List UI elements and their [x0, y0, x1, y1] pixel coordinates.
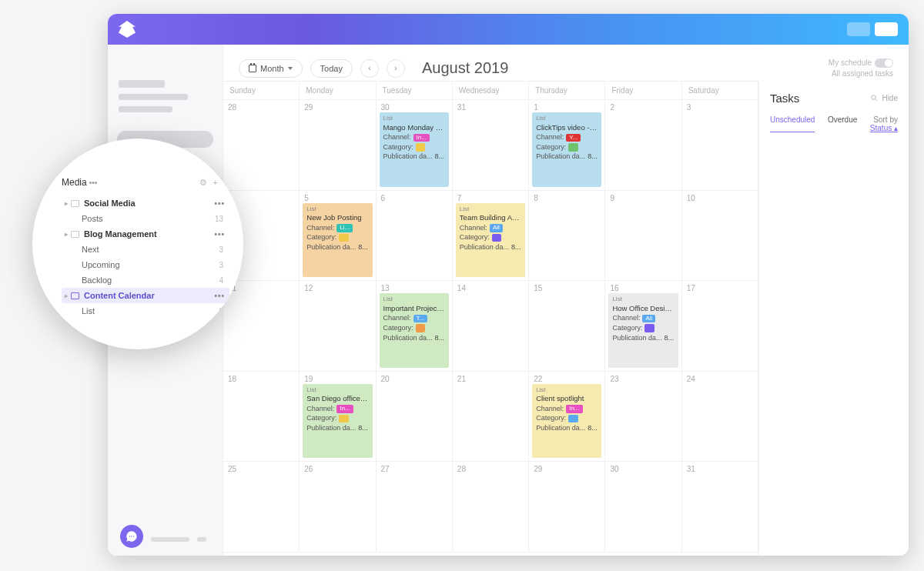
my-schedule-sub: All assigned tasks — [829, 69, 893, 78]
calendar-cell[interactable]: 1ListClickTips video - InboxChannel:Y...… — [529, 100, 605, 191]
calendar-event[interactable]: ListImportant Project ManaChannel:T...Ca… — [380, 293, 449, 368]
calendar-cell[interactable]: 10 — [682, 191, 758, 282]
calendar-cell[interactable]: 7ListTeam Building ActivitieChannel:AllC… — [453, 191, 529, 282]
sidebar-zoom-overlay: Media ••• ⚙ + ⌕ ▸Social Media•••Posts13▸… — [32, 139, 243, 349]
dayname: Thursday — [529, 82, 605, 100]
calendar-cell[interactable]: 14 — [453, 281, 529, 372]
calendar-cell[interactable]: 2 — [605, 100, 681, 191]
calendar-cell[interactable]: 9 — [605, 191, 681, 282]
svg-point-4 — [133, 536, 134, 536]
calendar-cell[interactable]: 21 — [453, 372, 529, 462]
hide-tasks-button[interactable]: Hide — [870, 94, 898, 102]
chat-button[interactable] — [120, 525, 143, 548]
calendar-cell[interactable]: 25 — [223, 462, 300, 553]
calendar-cell[interactable]: 17 — [682, 281, 758, 372]
sidebar-list[interactable]: Posts13 — [62, 211, 229, 226]
calendar-cell[interactable]: 11 — [223, 281, 300, 372]
calendar-cell[interactable]: 29 — [529, 462, 605, 553]
dayname: Tuesday — [377, 82, 453, 100]
sidebar-list[interactable]: Next3 — [62, 242, 229, 257]
tab-overdue[interactable]: Overdue — [828, 115, 857, 132]
dayname: Sunday — [223, 82, 300, 100]
view-mode-label: Month — [260, 64, 284, 73]
calendar-event[interactable]: ListHow Office Design impChannel:AllCate… — [608, 293, 678, 368]
app-logo-icon — [119, 21, 136, 38]
folder-icon — [71, 292, 79, 299]
titlebar — [108, 14, 909, 45]
svg-point-2 — [129, 536, 130, 536]
calendar-cell[interactable]: 28 — [223, 100, 300, 191]
chevron-down-icon — [288, 67, 293, 70]
more-icon[interactable]: ••• — [89, 179, 98, 187]
calendar-cell[interactable]: 15 — [529, 281, 605, 372]
placeholder — [197, 537, 206, 542]
tab-unscheduled[interactable]: Unscheduled — [770, 115, 815, 132]
folder-icon — [71, 200, 79, 207]
sidebar-list[interactable]: List8 — [62, 303, 229, 319]
more-icon[interactable]: ••• — [214, 230, 228, 239]
calendar-title: August 2019 — [422, 59, 508, 77]
svg-point-3 — [131, 536, 132, 536]
today-button[interactable]: Today — [310, 59, 353, 78]
calendar-cell[interactable]: 29 — [300, 100, 376, 191]
calendar-event[interactable]: ListTeam Building ActivitieChannel:AllCa… — [456, 203, 525, 278]
calendar-cell[interactable]: 24 — [682, 372, 758, 462]
my-schedule-toggle[interactable] — [875, 58, 893, 68]
view-mode-dropdown[interactable]: Month — [239, 59, 303, 78]
calendar-cell[interactable]: 12 — [300, 281, 376, 372]
my-schedule-label: My schedule — [829, 58, 872, 67]
calendar-cell[interactable]: 16ListHow Office Design impChannel:AllCa… — [605, 281, 681, 372]
next-button[interactable]: › — [387, 59, 405, 78]
calendar-cell[interactable]: 23 — [605, 372, 681, 462]
sidebar-list[interactable]: Upcoming3 — [62, 257, 229, 272]
calendar-cell[interactable]: 31 — [682, 462, 758, 553]
calendar-cell[interactable]: 6 — [377, 191, 453, 282]
chat-icon — [126, 530, 138, 543]
sidebar-folder[interactable]: ▸Content Calendar••• — [62, 288, 229, 303]
dayname: Saturday — [682, 82, 758, 100]
calendar-cell[interactable]: 30 — [605, 462, 681, 553]
calendar-cell[interactable]: 22ListClient spotlightChannel:In...Categ… — [529, 372, 605, 462]
calendar-cell[interactable]: 13ListImportant Project ManaChannel:T...… — [377, 281, 453, 372]
window-control[interactable] — [847, 22, 870, 36]
calendar-cell[interactable]: 20 — [377, 372, 453, 462]
calendar-cell[interactable]: 27 — [377, 462, 453, 553]
calendar-cell[interactable]: 28 — [453, 462, 529, 553]
space-name[interactable]: Media — [62, 177, 87, 188]
svg-point-0 — [872, 95, 876, 99]
calendar-event[interactable]: ListNew Job PostingChannel:Li...Category… — [303, 203, 372, 278]
sort-dropdown[interactable]: Sort by Status ▴ — [870, 115, 898, 132]
search-icon — [870, 94, 879, 102]
more-icon[interactable]: ••• — [214, 292, 228, 300]
calendar-cell[interactable]: 26 — [300, 462, 376, 553]
calendar-cell[interactable]: 5ListNew Job PostingChannel:Li...Categor… — [300, 191, 376, 282]
calendar-event[interactable]: ListSan Diego office tourChannel:In...Ca… — [303, 384, 372, 459]
calendar-cell[interactable]: 30ListMango Monday new eChannel:In...Cat… — [377, 100, 453, 191]
calendar-cell[interactable]: 3 — [682, 100, 758, 191]
svg-line-1 — [875, 99, 877, 101]
calendar-icon — [249, 65, 256, 72]
more-icon[interactable]: ••• — [214, 199, 228, 208]
toolbar: Month Today ‹ › August 2019 My schedule … — [223, 45, 909, 81]
tasks-panel: Tasks Hide Unscheduled Overdue Sort by S… — [758, 81, 909, 556]
calendar-event[interactable]: ListMango Monday new eChannel:In...Categ… — [380, 112, 449, 187]
calendar-cell[interactable]: 19ListSan Diego office tourChannel:In...… — [300, 372, 376, 462]
window-control[interactable] — [875, 22, 898, 36]
calendar-event[interactable]: ListClient spotlightChannel:In...Categor… — [532, 384, 601, 459]
tasks-title: Tasks — [770, 92, 799, 105]
sidebar-folder[interactable]: ▸Social Media••• — [62, 195, 229, 211]
dayname: Friday — [605, 82, 681, 100]
placeholder — [151, 537, 189, 542]
dayname: Wednesday — [453, 82, 529, 100]
calendar-cell[interactable]: 31 — [453, 100, 529, 191]
sidebar-folder[interactable]: ▸Blog Management••• — [62, 226, 229, 242]
prev-button[interactable]: ‹ — [360, 59, 379, 78]
plus-icon[interactable]: + — [213, 178, 218, 188]
calendar-cell[interactable]: 18 — [223, 372, 300, 462]
calendar-event[interactable]: ListClickTips video - InboxChannel:Y...C… — [532, 112, 601, 187]
folder-icon — [71, 231, 79, 238]
calendar-cell[interactable]: 8 — [529, 191, 605, 282]
gear-icon[interactable]: ⚙ — [199, 178, 207, 188]
dayname: Monday — [300, 82, 376, 100]
sidebar-list[interactable]: Backlog4 — [62, 272, 229, 288]
